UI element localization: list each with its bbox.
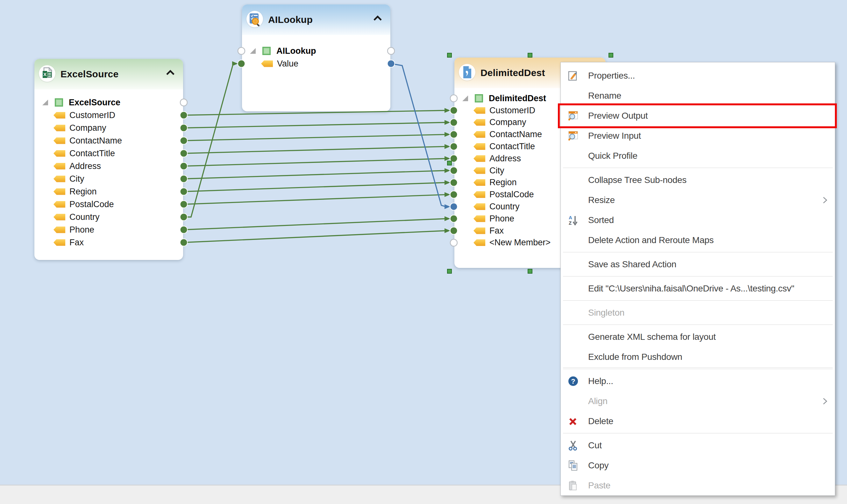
menu-item-label: Align (588, 396, 607, 406)
menu-separator (561, 166, 835, 170)
selection-handle[interactable] (447, 53, 452, 58)
menu-item-label: Quick Profile (588, 151, 638, 161)
svg-text:A: A (569, 215, 572, 220)
delete-icon (568, 416, 578, 427)
menu-separator (561, 323, 835, 327)
selection-handle[interactable] (528, 269, 532, 274)
menu-item-label: Copy (588, 461, 608, 471)
menu-separator (561, 299, 835, 303)
menu-item-singleton: Singleton (561, 303, 835, 323)
menu-icon-placeholder (568, 175, 578, 185)
menu-item-label: Sorted (588, 215, 614, 225)
menu-item-delete-action-and-reroute-maps[interactable]: Delete Action and Reroute Maps (561, 230, 835, 250)
chevron-right-icon (823, 197, 827, 204)
menu-icon-placeholder (568, 331, 578, 342)
preview-output-highlight (558, 103, 837, 128)
menu-item-save-as-shared-action[interactable]: Save as Shared Action (561, 254, 835, 274)
menu-item-properties[interactable]: Properties... (561, 66, 835, 86)
chevron-right-icon (823, 398, 827, 405)
cut-icon (568, 440, 578, 451)
menu-icon-placeholder (568, 396, 578, 407)
sorted-icon: AZ (568, 215, 578, 226)
menu-item-collapse-tree-sub-nodes[interactable]: Collapse Tree Sub-nodes (561, 170, 835, 190)
menu-item-label: Resize (588, 195, 615, 205)
menu-item-sorted[interactable]: AZSorted (561, 210, 835, 230)
menu-item-preview-input[interactable]: Preview Input (561, 126, 835, 146)
selection-handle[interactable] (447, 269, 452, 274)
menu-item-label: Help... (588, 376, 613, 386)
menu-icon-placeholder (568, 259, 578, 270)
menu-icon-placeholder (568, 150, 578, 161)
menu-separator (561, 274, 835, 278)
menu-item-label: Collapse Tree Sub-nodes (588, 175, 687, 185)
menu-icon-placeholder (568, 90, 578, 101)
menu-separator (561, 250, 835, 254)
menu-item-label: Delete Action and Reroute Maps (588, 235, 713, 245)
menu-icon-placeholder (568, 235, 578, 246)
menu-item-copy[interactable]: Copy (561, 455, 835, 475)
menu-item-label: Edit "C:\Users\niha.faisal\OneDrive - As… (588, 284, 794, 294)
preview-icon (568, 130, 578, 141)
menu-item-edit-c-users-niha-faisal-onedrive-as-testing-csv[interactable]: Edit "C:\Users\niha.faisal\OneDrive - As… (561, 278, 835, 299)
menu-item-label: Cut (588, 440, 602, 451)
menu-icon-placeholder (568, 283, 578, 294)
selection-handle[interactable] (528, 53, 532, 58)
menu-item-label: Delete (588, 416, 613, 426)
menu-icon-placeholder (568, 352, 578, 362)
menu-item-rename[interactable]: Rename (561, 86, 835, 106)
menu-item-label: Exclude from Pushdown (588, 352, 682, 362)
menu-separator (561, 367, 835, 371)
menu-item-align: Align (561, 391, 835, 411)
menu-item-label: Preview Input (588, 131, 641, 141)
menu-item-cut[interactable]: Cut (561, 435, 835, 455)
selection-handle[interactable] (447, 161, 452, 165)
menu-item-delete[interactable]: Delete (561, 411, 835, 431)
menu-item-label: Save as Shared Action (588, 259, 676, 270)
menu-item-label: Rename (588, 91, 621, 101)
selection-handle[interactable] (608, 53, 613, 58)
menu-item-paste: Paste (561, 475, 835, 496)
menu-item-exclude-from-pushdown[interactable]: Exclude from Pushdown (561, 347, 835, 367)
svg-text:Z: Z (569, 220, 572, 226)
properties-icon (568, 70, 578, 81)
menu-item-label: Singleton (588, 308, 624, 318)
menu-separator (561, 431, 835, 435)
menu-item-label: Paste (588, 481, 610, 491)
menu-icon-placeholder (568, 307, 578, 318)
help-icon: ? (568, 376, 578, 386)
copy-icon (568, 460, 578, 471)
menu-item-help[interactable]: ?Help... (561, 371, 835, 391)
menu-item-resize[interactable]: Resize (561, 190, 835, 210)
menu-item-generate-xml-schema-for-layout[interactable]: Generate XML schema for layout (561, 327, 835, 347)
menu-item-quick-profile[interactable]: Quick Profile (561, 146, 835, 166)
svg-text:?: ? (571, 377, 575, 385)
menu-item-label: Properties... (588, 71, 635, 81)
paste-icon (568, 480, 578, 491)
menu-icon-placeholder (568, 195, 578, 205)
menu-item-label: Generate XML schema for layout (588, 332, 716, 342)
